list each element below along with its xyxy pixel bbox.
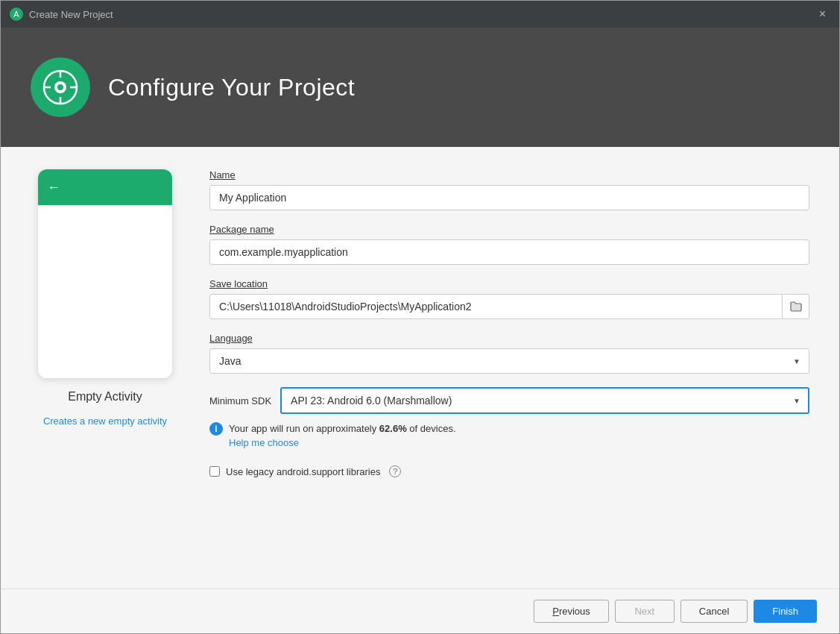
legacy-checkbox-row: Use legacy android.support libraries ?: [209, 465, 809, 477]
android-logo: [31, 57, 90, 117]
cancel-button[interactable]: Cancel: [680, 600, 748, 623]
android-studio-icon: A: [10, 7, 23, 21]
svg-text:A: A: [13, 10, 19, 19]
name-label: Name: [209, 169, 809, 181]
activity-type-label: Empty Activity: [68, 390, 142, 404]
next-button[interactable]: Next: [615, 600, 675, 623]
header-title: Configure Your Project: [108, 74, 355, 101]
name-field-group: Name: [209, 169, 809, 210]
header: Configure Your Project: [1, 28, 839, 147]
next-label: Next: [634, 606, 654, 617]
close-button[interactable]: ×: [815, 7, 830, 22]
help-me-choose-link[interactable]: Help me choose: [229, 437, 299, 448]
browse-folder-button[interactable]: [783, 294, 809, 319]
info-text-after: of devices.: [407, 423, 456, 434]
title-bar-left: A Create New Project: [10, 7, 113, 21]
save-location-input[interactable]: [209, 294, 783, 319]
finish-button[interactable]: Finish: [754, 600, 817, 623]
legacy-help-icon[interactable]: ?: [389, 465, 401, 477]
finish-label: Finish: [772, 606, 798, 617]
back-arrow-icon: ←: [47, 180, 60, 195]
package-name-field-group: Package name: [209, 224, 809, 265]
window: A Create New Project × Configure Your Pr…: [0, 0, 840, 634]
phone-mockup: ←: [38, 169, 172, 378]
content-area: ← Empty Activity Creates a new empty act…: [1, 147, 839, 589]
info-icon: i: [209, 422, 223, 436]
previous-label: Previous: [552, 606, 590, 617]
right-panel: Name Package name Save location: [209, 169, 809, 566]
footer: Previous Next Cancel Finish: [1, 589, 839, 633]
info-text-before: Your app will run on approximately: [229, 423, 379, 434]
language-label: Language: [209, 333, 809, 344]
folder-icon: [790, 301, 802, 312]
min-sdk-select-wrapper: API 16: Android 4.1 (Jelly Bean) API 17:…: [280, 387, 809, 414]
sdk-info-row: i Your app will run on approximately 62.…: [209, 421, 809, 449]
save-location-input-row: [209, 294, 809, 319]
min-sdk-field-group: Minimum SDK API 16: Android 4.1 (Jelly B…: [209, 387, 809, 449]
legacy-checkbox-label[interactable]: Use legacy android.support libraries: [226, 466, 380, 477]
save-location-field-group: Save location: [209, 278, 809, 319]
android-logo-svg: [42, 69, 79, 106]
language-select-wrapper: Java Kotlin: [209, 348, 809, 374]
cancel-label: Cancel: [699, 606, 729, 617]
title-bar: A Create New Project ×: [1, 1, 839, 28]
language-field-group: Language Java Kotlin: [209, 333, 809, 374]
name-input[interactable]: [209, 185, 809, 210]
language-select[interactable]: Java Kotlin: [209, 348, 809, 374]
package-name-input[interactable]: [209, 239, 809, 265]
min-sdk-row: Minimum SDK API 16: Android 4.1 (Jelly B…: [209, 387, 809, 414]
left-panel: ← Empty Activity Creates a new empty act…: [31, 169, 180, 566]
legacy-checkbox[interactable]: [209, 466, 220, 477]
min-sdk-label: Minimum SDK: [209, 395, 271, 407]
sdk-info-text: Your app will run on approximately 62.6%…: [229, 421, 456, 449]
save-location-label: Save location: [209, 278, 809, 289]
title-bar-text: Create New Project: [29, 9, 113, 20]
svg-point-4: [57, 84, 63, 90]
min-sdk-select[interactable]: API 16: Android 4.1 (Jelly Bean) API 17:…: [280, 387, 809, 414]
info-percent: 62.6%: [379, 423, 407, 434]
previous-button[interactable]: Previous: [534, 600, 609, 623]
phone-body: [38, 205, 172, 378]
activity-description: Creates a new empty activity: [43, 415, 167, 427]
phone-top-bar: ←: [38, 169, 172, 205]
package-name-label: Package name: [209, 224, 809, 235]
